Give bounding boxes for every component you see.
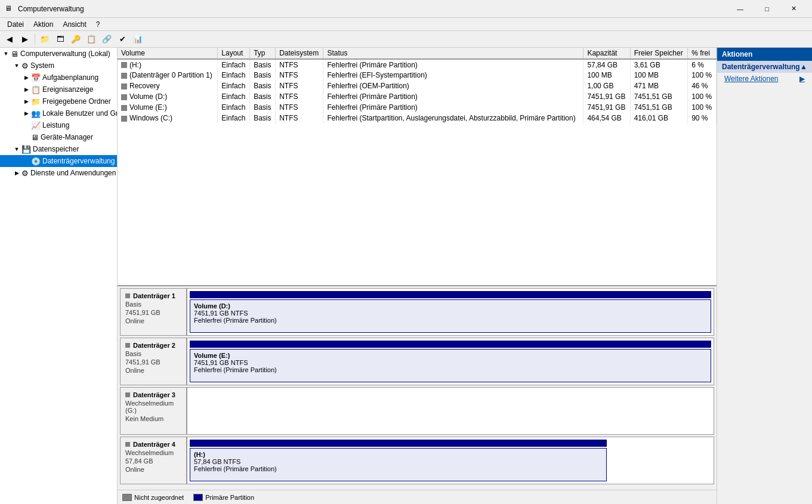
table-cell-5-1: Einfach: [218, 113, 250, 123]
disk-size-0: 7451,91 GB: [125, 309, 181, 316]
disk-status-3: Online: [125, 466, 181, 473]
vol-size-0-0: 7451,91 GB NTFS: [194, 310, 707, 317]
table-cell-1-6: 100 MB: [630, 70, 688, 81]
table-row[interactable]: (Datenträger 0 Partition 1)EinfachBasisN…: [118, 70, 717, 81]
app-icon: 🖥: [5, 4, 14, 14]
col-typ[interactable]: Typ: [250, 48, 276, 59]
legend-label-unallocated: Nicht zugeordnet: [134, 494, 184, 501]
col-layout[interactable]: Layout: [218, 48, 250, 59]
col-kapazitat[interactable]: Kapazität: [583, 48, 630, 59]
toolbar-btn-3[interactable]: 🔑: [69, 33, 83, 46]
table-cell-4-5: 7451,91 GB: [583, 102, 630, 113]
vol-name-3-0: (H:): [194, 451, 603, 458]
tree-label-ere: Ereignisanzeige: [42, 85, 93, 94]
toolbar-btn-7[interactable]: 📊: [131, 33, 145, 46]
tree-toggle-ere: ▶: [21, 85, 31, 94]
tree-item-geraete[interactable]: 🖥 Geräte-Manager: [0, 131, 117, 143]
tree-item-datenspeicher[interactable]: ▼ 💾 Datenspeicher: [0, 143, 117, 155]
tree-icon-ben: 👥: [31, 109, 41, 118]
window-title: Computerverwaltung: [18, 5, 727, 13]
actions-item-label: Weitere Aktionen: [724, 75, 779, 83]
table-row[interactable]: Windows (C:)EinfachBasisNTFSFehlerfrei (…: [118, 113, 717, 123]
legend-box-primary: [193, 494, 203, 501]
toolbar-btn-5[interactable]: 🔗: [100, 33, 114, 46]
tree-icon-ere: 📋: [31, 85, 41, 94]
menubar-item-0[interactable]: Datei: [2, 19, 29, 30]
disk-bar-3-0: [190, 440, 607, 447]
content-area: Volume Layout Typ Dateisystem Status Kap…: [118, 48, 717, 504]
table-cell-2-7: 46 %: [688, 81, 717, 91]
tree-label-frei: Freigegebene Ordner: [42, 97, 111, 106]
disk-bar-0-0: [190, 291, 711, 298]
tree-label-ger: Geräte-Manager: [41, 133, 93, 141]
table-cell-3-2: Basis: [250, 91, 276, 102]
actions-section-title[interactable]: Datenträgerverwaltung ▲: [717, 61, 812, 73]
menubar-item-1[interactable]: Aktion: [29, 19, 58, 30]
tree-item-leistung[interactable]: 📈 Leistung: [0, 119, 117, 131]
tree-item-system[interactable]: ▼ ⚙ System: [0, 60, 117, 72]
toolbar-btn-1[interactable]: 📁: [38, 33, 52, 46]
disk-size-3: 57,84 GB: [125, 457, 181, 465]
table-cell-5-6: 416,01 GB: [630, 113, 688, 123]
tree-icon-auf: 📅: [31, 73, 41, 82]
tree-item-datenverwaltung[interactable]: 💿 Datenträgerverwaltung: [0, 155, 117, 167]
table-cell-2-0: Recovery: [118, 81, 218, 91]
actions-header: Aktionen: [717, 48, 812, 61]
tree-item-aufgabenplanung[interactable]: ▶ 📅 Aufgabenplanung: [0, 72, 117, 84]
toolbar-back[interactable]: ◀: [2, 33, 17, 46]
toolbar-btn-2[interactable]: 🗔: [53, 33, 67, 46]
minimize-button[interactable]: —: [727, 0, 754, 18]
col-status[interactable]: Status: [323, 48, 583, 59]
table-cell-1-4: Fehlerfrei (EFI-Systempartition): [323, 70, 583, 81]
toolbar-btn-4[interactable]: 📋: [84, 33, 98, 46]
table-cell-5-2: Basis: [250, 113, 276, 123]
table-cell-3-0: Volume (D:): [118, 91, 218, 102]
disk-bar-1-0: [190, 341, 711, 348]
tree-icon-datv: 💿: [31, 157, 41, 166]
table-cell-1-1: Einfach: [218, 70, 250, 81]
disk-partition-3-0[interactable]: (H:) 57,84 GB NTFS Fehlerfrei (Primäre P…: [190, 448, 607, 481]
disk-partition-0-0[interactable]: Volume (D:) 7451,91 GB NTFS Fehlerfrei (…: [190, 299, 711, 333]
table-row[interactable]: Volume (D:)EinfachBasisNTFSFehlerfrei (P…: [118, 91, 717, 102]
table-cell-5-5: 464,54 GB: [583, 113, 630, 123]
tree-toggle-die: ▶: [12, 168, 21, 178]
table-cell-1-0: (Datenträger 0 Partition 1): [118, 70, 218, 81]
col-volume[interactable]: Volume: [118, 48, 218, 59]
vol-status-1-0: Fehlerfrei (Primäre Partition): [194, 366, 707, 373]
tree-toggle-datv: [21, 156, 31, 166]
tree-item-freigegebene[interactable]: ▶ 📁 Freigegebene Ordner: [0, 95, 117, 107]
disk-table: Volume Layout Typ Dateisystem Status Kap…: [118, 48, 717, 123]
menubar-item-3[interactable]: ?: [91, 19, 105, 30]
disk-partitions-0: Volume (D:) 7451,91 GB NTFS Fehlerfrei (…: [187, 289, 714, 335]
maximize-button[interactable]: □: [754, 0, 780, 18]
col-dateisystem[interactable]: Dateisystem: [276, 48, 323, 59]
menubar-item-2[interactable]: Ansicht: [58, 19, 91, 30]
col-freier[interactable]: Freier Speicher: [630, 48, 688, 59]
table-row[interactable]: (H:)EinfachBasisNTFSFehlerfrei (Primäre …: [118, 59, 717, 70]
tree-panel: ▼ 🖥 Computerverwaltung (Lokal) ▼ ⚙ Syste…: [0, 48, 118, 504]
table-cell-5-4: Fehlerfrei (Startpartition, Auslagerungs…: [323, 113, 583, 123]
actions-weitere-aktionen[interactable]: Weitere Aktionen ▶: [717, 73, 812, 85]
legend-primary: Primäre Partition: [193, 494, 254, 501]
tree-item-benutzer[interactable]: ▶ 👥 Lokale Benutzer und Gr...: [0, 107, 117, 119]
table-row[interactable]: RecoveryEinfachBasisNTFSFehlerfrei (OEM-…: [118, 81, 717, 91]
table-row[interactable]: Volume (E:)EinfachBasisNTFSFehlerfrei (P…: [118, 102, 717, 113]
tree-item-dienste[interactable]: ▶ ⚙ Dienste und Anwendungen: [0, 167, 117, 179]
table-cell-1-7: 100 %: [688, 70, 717, 81]
table-cell-0-7: 6 %: [688, 59, 717, 70]
close-button[interactable]: ✕: [780, 0, 807, 18]
table-cell-3-7: 100 %: [688, 91, 717, 102]
tree-root[interactable]: ▼ 🖥 Computerverwaltung (Lokal): [0, 48, 117, 60]
disk-status-2: Kein Medium: [125, 415, 181, 422]
col-prozent[interactable]: % frei: [688, 48, 717, 59]
tree-icon-root: 🖥: [11, 50, 18, 58]
table-cell-4-2: Basis: [250, 102, 276, 113]
toolbar-forward[interactable]: ▶: [18, 33, 32, 46]
table-cell-5-7: 90 %: [688, 113, 717, 123]
tree-icon-system: ⚙: [21, 61, 29, 70]
tree-item-ereignisanzeige[interactable]: ▶ 📋 Ereignisanzeige: [0, 84, 117, 95]
disk-partition-1-0[interactable]: Volume (E:) 7451,91 GB NTFS Fehlerfrei (…: [190, 349, 711, 382]
toolbar-btn-6[interactable]: ✔: [115, 33, 129, 46]
table-cell-1-2: Basis: [250, 70, 276, 81]
disk-title-2: Datenträger 3: [125, 391, 181, 398]
